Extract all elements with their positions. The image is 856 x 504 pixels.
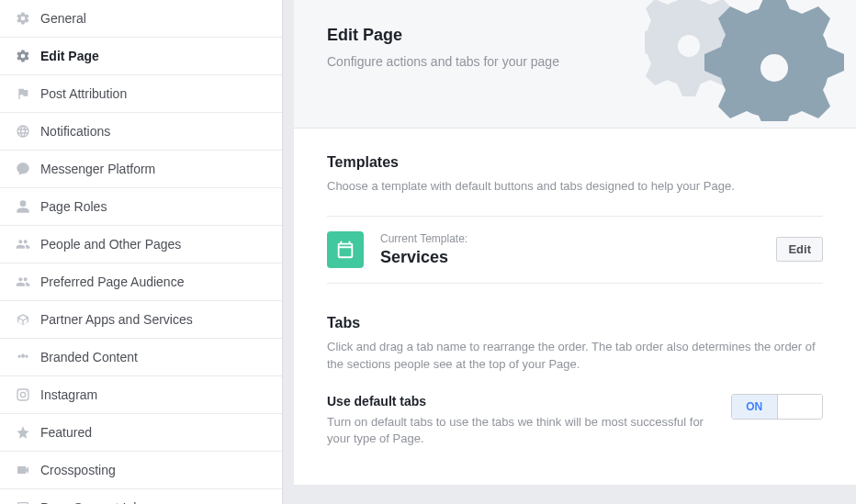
sidebar-item-edit-page[interactable]: Edit Page xyxy=(0,38,282,75)
sidebar-item-page-support-inbox[interactable]: Page Support Inbox xyxy=(0,489,282,504)
sidebar-item-label: General xyxy=(40,11,86,26)
sidebar-item-instagram[interactable]: Instagram xyxy=(0,376,282,414)
toggle-off-label xyxy=(778,395,823,419)
sidebar-item-messenger-platform[interactable]: Messenger Platform xyxy=(0,151,282,188)
sidebar-item-label: Page Support Inbox xyxy=(40,500,154,504)
sidebar-item-label: People and Other Pages xyxy=(40,237,181,252)
edit-template-button[interactable]: Edit xyxy=(776,237,823,262)
default-tabs-toggle[interactable]: ON xyxy=(731,394,823,420)
svg-point-0 xyxy=(678,35,700,57)
toggle-on-label: ON xyxy=(732,395,778,419)
templates-heading: Templates xyxy=(327,154,823,171)
templates-desc: Choose a template with default buttons a… xyxy=(327,178,823,196)
sidebar-item-label: Messenger Platform xyxy=(40,162,155,176)
sidebar-item-preferred-page-audience[interactable]: Preferred Page Audience xyxy=(0,263,282,301)
inbox-icon xyxy=(15,499,31,504)
current-template-name: Services xyxy=(380,248,776,267)
current-template-row: Current Template: Services Edit xyxy=(327,216,823,284)
gear-icon xyxy=(15,10,31,27)
handshake-icon xyxy=(15,349,31,365)
box-icon xyxy=(15,311,31,328)
gear-icon xyxy=(15,48,31,64)
globe-icon xyxy=(15,123,31,140)
sidebar-item-label: Crossposting xyxy=(40,463,116,477)
settings-sidebar: GeneralEdit PagePost AttributionNotifica… xyxy=(0,0,283,504)
sidebar-item-label: Post Attribution xyxy=(40,86,127,101)
person-icon xyxy=(15,198,31,215)
sidebar-item-people-and-other-pages[interactable]: People and Other Pages xyxy=(0,226,282,263)
sidebar-item-label: Featured xyxy=(40,425,92,440)
star-icon xyxy=(15,424,31,441)
sidebar-item-crossposting[interactable]: Crossposting xyxy=(0,452,282,489)
sidebar-item-notifications[interactable]: Notifications xyxy=(0,113,282,151)
sidebar-item-page-roles[interactable]: Page Roles xyxy=(0,188,282,226)
sidebar-item-label: Partner Apps and Services xyxy=(40,312,193,327)
sidebar-item-label: Branded Content xyxy=(40,350,138,364)
use-default-tabs-heading: Use default tabs xyxy=(327,394,715,409)
chat-icon xyxy=(15,161,31,177)
sidebar-item-post-attribution[interactable]: Post Attribution xyxy=(0,75,282,113)
people-icon xyxy=(15,236,31,252)
page-header: Edit Page Configure actions and tabs for… xyxy=(294,0,856,129)
sidebar-item-featured[interactable]: Featured xyxy=(0,414,282,452)
template-meta: Current Template: Services xyxy=(380,232,776,267)
instagram-icon xyxy=(15,386,31,403)
sidebar-item-general[interactable]: General xyxy=(0,0,282,38)
sidebar-item-label: Instagram xyxy=(40,387,97,402)
default-tabs-row: Use default tabs Turn on default tabs to… xyxy=(327,394,823,449)
tabs-heading: Tabs xyxy=(327,315,823,331)
sidebar-item-label: Preferred Page Audience xyxy=(40,274,184,289)
gears-illustration xyxy=(645,0,847,121)
current-template-label: Current Template: xyxy=(380,232,776,245)
svg-point-1 xyxy=(760,54,788,82)
use-default-tabs-desc: Turn on default tabs to use the tabs we … xyxy=(327,414,715,449)
sidebar-item-partner-apps-and-services[interactable]: Partner Apps and Services xyxy=(0,301,282,339)
sidebar-item-label: Notifications xyxy=(40,124,110,139)
sidebar-item-branded-content[interactable]: Branded Content xyxy=(0,339,282,376)
tabs-desc: Click and drag a tab name to rearrange t… xyxy=(327,339,823,374)
camera-icon xyxy=(15,462,31,478)
sidebar-item-label: Edit Page xyxy=(40,49,99,63)
flag-icon xyxy=(15,85,31,102)
people-icon xyxy=(15,274,31,290)
main-panel: Edit Page Configure actions and tabs for… xyxy=(283,0,856,504)
content-area: Templates Choose a template with default… xyxy=(294,129,856,485)
template-badge-icon xyxy=(327,231,364,268)
sidebar-item-label: Page Roles xyxy=(40,199,107,214)
